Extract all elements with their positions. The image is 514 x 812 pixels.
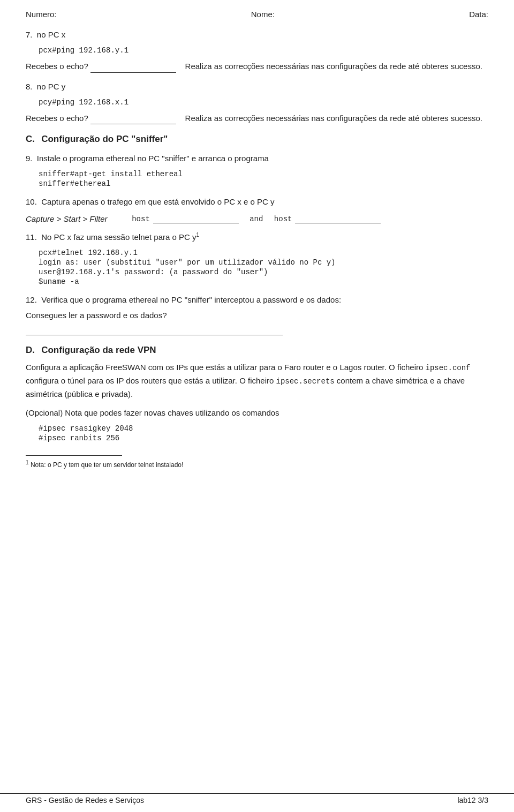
item-10: 10. Captura apenas o trafego em que está… [26, 196, 488, 223]
item7-question: Recebes o echo? [26, 62, 88, 71]
item12-answer-line [26, 326, 283, 335]
ipsec-conf: ipsec.conf [425, 364, 470, 372]
section-d-header: D. Configuração da rede VPN [26, 345, 488, 356]
footer: GRS - Gestão de Redes e Serviços lab12 3… [0, 793, 514, 805]
section-d-cmd1: #ipsec rsasigkey 2048 [39, 424, 488, 433]
numero-label: Numero: [26, 10, 57, 19]
item12-question: Consegues ler a password e os dados? [26, 311, 167, 320]
item8-number: 8. [26, 82, 33, 91]
section-c-title: Configuração do PC "sniffer" [41, 134, 168, 144]
item7-cmd: pcx#ping 192.168.y.1 [39, 46, 488, 55]
item8-instruction: Realiza as correcções necessárias nas co… [185, 114, 482, 123]
filter-host2-label: host [274, 215, 292, 223]
item7-answer-blank [90, 63, 176, 73]
item11-cmd2: login as: user (substitui "user" por um … [39, 258, 488, 267]
item-9: 9. Instale o programa ethereal no PC "sn… [26, 152, 488, 188]
item11-footnote-ref: 1 [196, 232, 200, 238]
data-label: Data: [469, 10, 488, 19]
ipsec-secrets: ipsec.secrets [276, 377, 334, 386]
filter-and: and [250, 215, 263, 223]
footer-right: lab12 3/3 [457, 796, 488, 805]
item8-question: Recebes o echo? [26, 114, 88, 123]
section-d-para1b: configura o túnel para os IP dos routers… [26, 376, 276, 385]
item11-cmd4: $uname -a [39, 277, 488, 286]
item8-answer-blank [90, 115, 176, 124]
item7-instruction: Realiza as correcções necessárias nas co… [185, 62, 482, 71]
item11-text: No PC x faz uma sessão telnet para o PC … [41, 232, 196, 242]
item7-number: 7. [26, 30, 33, 39]
section-d-optional: (Opcional) Nota que podes fazer novas ch… [26, 408, 279, 417]
item11-cmd1: pcx#telnet 192.168.y.1 [39, 249, 488, 257]
filter-line: Capture > Start > Filter host and host [26, 214, 488, 223]
item11-cmd3: user@192.168.y.1's password: (a password… [39, 268, 488, 276]
section-d-cmd2: #ipsec ranbits 256 [39, 434, 488, 442]
item7-title: no PC x [37, 30, 65, 39]
item9-number: 9. [26, 154, 33, 163]
filter-host2-blank [295, 214, 381, 223]
section-c-header: C. Configuração do PC "sniffer" [26, 134, 488, 145]
page: Numero: Nome: Data: 7. no PC x pcx#ping … [0, 0, 514, 812]
item11-number: 11. [26, 232, 37, 242]
item12-text: Verifica que o programa ethereal no PC "… [41, 295, 341, 304]
footnote-divider [26, 455, 122, 456]
section-d-label: D. [26, 345, 35, 355]
item8-cmd: pcy#ping 192.168.x.1 [39, 98, 488, 107]
section-d-body: Configura a aplicação FreeSWAN com os IP… [26, 361, 488, 442]
nome-label: Nome: [251, 10, 275, 19]
item-12: 12. Verifica que o programa ethereal no … [26, 294, 488, 336]
item9-cmd1: sniffer#apt-get install ethereal [39, 170, 488, 178]
item9-text: Instale o programa ethereal no PC "sniff… [37, 154, 269, 163]
item-7: 7. no PC x pcx#ping 192.168.y.1 Recebes … [26, 28, 488, 73]
filter-host1-blank [153, 214, 239, 223]
item12-number: 12. [26, 295, 37, 304]
footnote-text: Nota: o PC y tem que ter um servidor tel… [31, 461, 183, 469]
section-d-para1: Configura a aplicação FreeSWAN com os IP… [26, 363, 425, 372]
filter-host1-label: host [132, 215, 150, 223]
footnote-area: 1 Nota: o PC y tem que ter um servidor t… [26, 455, 488, 470]
filter-capture-label: Capture > Start > Filter [26, 214, 108, 223]
section-d-title: Configuração da rede VPN [41, 345, 156, 355]
item-8: 8. no PC y pcy#ping 192.168.x.1 Recebes … [26, 80, 488, 125]
item-11: 11. No PC x faz uma sessão telnet para o… [26, 231, 488, 286]
header-row: Numero: Nome: Data: [26, 10, 488, 19]
section-c-label: C. [26, 134, 35, 144]
item10-text: Captura apenas o trafego em que está env… [41, 197, 274, 206]
item8-title: no PC y [37, 82, 65, 91]
footnote-number: 1 [26, 460, 29, 465]
item10-number: 10. [26, 197, 37, 206]
footer-left: GRS - Gestão de Redes e Serviços [26, 796, 144, 805]
item9-cmd2: sniffer#ethereal [39, 179, 488, 188]
